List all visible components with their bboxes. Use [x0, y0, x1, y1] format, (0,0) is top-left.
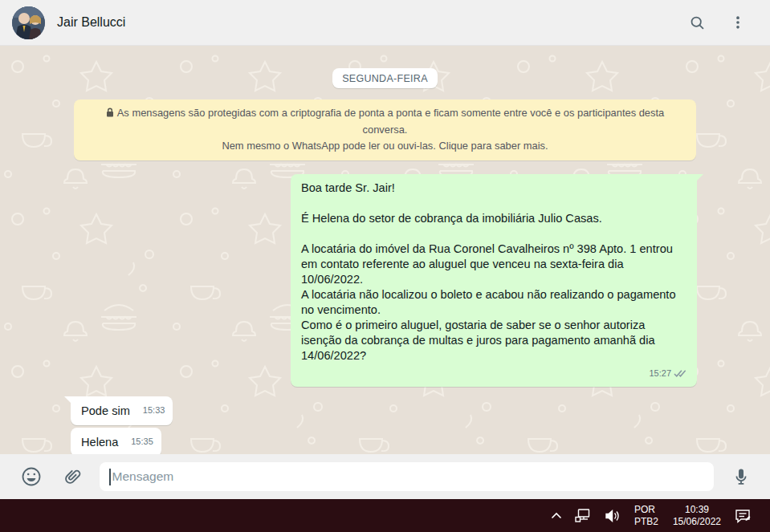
action-center-icon [735, 509, 751, 523]
action-center-button[interactable] [728, 499, 757, 532]
search-button[interactable] [686, 11, 709, 35]
lock-icon [106, 106, 114, 122]
keyboard-layout: PTB2 [634, 516, 658, 528]
encryption-notice-line2: Nem mesmo o WhatsApp pode ler ou ouvi-la… [95, 138, 675, 154]
input-placeholder: Mensagem [112, 469, 174, 484]
clock-date: 15/06/2022 [673, 516, 721, 528]
kebab-menu-icon [730, 14, 746, 30]
message-meta: 15:27 [301, 366, 687, 381]
microphone-icon [731, 467, 751, 486]
encryption-notice[interactable]: As mensagens são protegidas com a cripto… [74, 99, 696, 160]
message-text: Boa tarde Sr. Jair! É Helena do setor de… [301, 181, 687, 363]
incoming-message-bubble[interactable]: Pode sim 15:33 [71, 396, 173, 425]
clock-time: 10:39 [685, 504, 709, 516]
outgoing-message-bubble[interactable]: Boa tarde Sr. Jair! É Helena do setor de… [291, 174, 697, 387]
encryption-notice-line1: As mensagens são protegidas com a cripto… [117, 107, 664, 136]
emoji-icon [21, 466, 42, 487]
volume-icon [605, 510, 621, 522]
message-row: Boa tarde Sr. Jair! É Helena do setor de… [0, 160, 770, 387]
contact-avatar[interactable] [12, 6, 45, 39]
date-divider: SEGUNDA-FEIRA [332, 68, 438, 88]
tray-volume-button[interactable] [598, 499, 627, 532]
message-input[interactable]: Mensagem [100, 462, 714, 491]
message-time: 15:27 [649, 366, 671, 381]
menu-button[interactable] [727, 11, 749, 34]
chevron-up-icon [551, 512, 562, 519]
composer-bar: Mensagem [0, 454, 770, 499]
message-time: 15:35 [131, 434, 153, 450]
windows-taskbar: POR PTB2 10:39 15/06/2022 [0, 499, 770, 532]
double-check-icon [674, 369, 687, 378]
message-row: Pode sim 15:33 [0, 396, 770, 425]
paperclip-icon [58, 462, 86, 490]
incoming-message-bubble[interactable]: Helena 15:35 [71, 428, 161, 454]
contact-name[interactable]: Jair Bellucci [57, 15, 125, 30]
message-text: Helena [81, 435, 118, 450]
chat-area: SEGUNDA-FEIRA As mensagens são protegida… [0, 46, 770, 454]
avatar-photo [12, 6, 45, 39]
text-caret [109, 469, 111, 485]
message-text: Pode sim [81, 404, 130, 419]
message-row: Helena 15:35 [0, 428, 770, 454]
attach-button[interactable] [59, 464, 85, 490]
search-icon [689, 14, 706, 31]
tray-network-button[interactable] [568, 499, 598, 532]
voice-message-button[interactable] [728, 464, 754, 489]
tray-chevron-button[interactable] [544, 499, 568, 532]
tray-language-indicator[interactable]: POR PTB2 [627, 499, 666, 532]
network-icon [575, 509, 592, 522]
emoji-button[interactable] [18, 463, 45, 490]
whatsapp-window: Jair Bellucci [0, 0, 770, 532]
chat-header: Jair Bellucci [0, 0, 770, 46]
language-code: POR [634, 504, 655, 516]
message-time: 15:33 [143, 403, 165, 419]
message-list: SEGUNDA-FEIRA As mensagens são protegida… [0, 46, 770, 454]
tray-clock[interactable]: 10:39 15/06/2022 [666, 499, 728, 532]
